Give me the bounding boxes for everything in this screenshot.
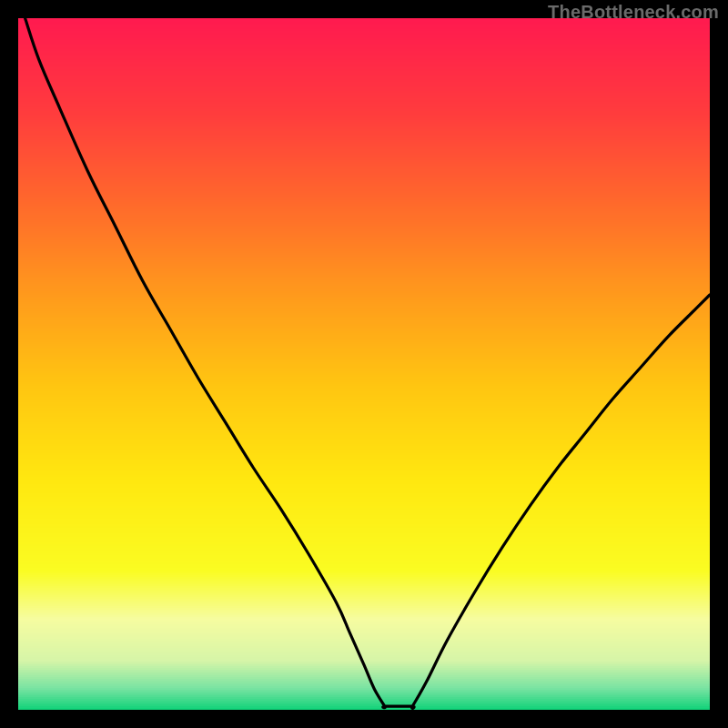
bottleneck-curve bbox=[18, 18, 710, 710]
plot-area bbox=[18, 18, 710, 710]
chart-frame: TheBottleneck.com bbox=[0, 0, 728, 728]
watermark-text: TheBottleneck.com bbox=[548, 2, 719, 23]
